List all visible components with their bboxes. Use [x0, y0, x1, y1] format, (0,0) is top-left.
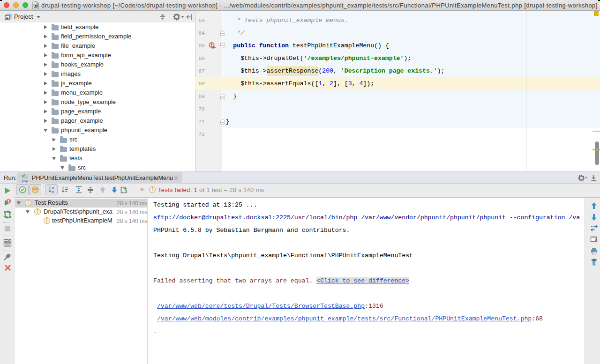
svg-text:z: z: [52, 190, 54, 193]
svg-text:php: php: [22, 179, 28, 183]
